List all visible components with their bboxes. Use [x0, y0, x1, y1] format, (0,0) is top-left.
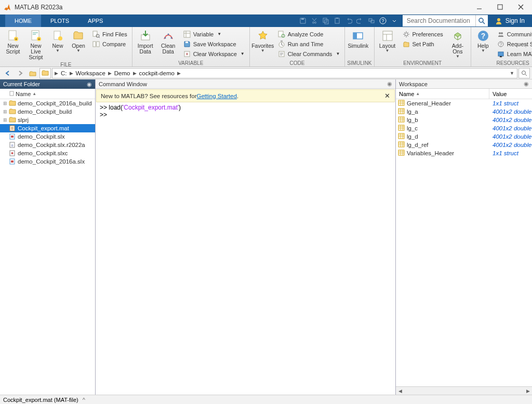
simulink-button[interactable]: Simulink [347, 28, 369, 50]
current-folder-list[interactable]: ⊞demo_Cockpit_2016a_build⊞demo_Cockpit_b… [0, 99, 95, 395]
folder-item[interactable]: ⊞slprj [0, 116, 95, 124]
paste-icon[interactable] [332, 16, 342, 26]
current-folder-header[interactable]: Current Folder◉ [0, 79, 95, 89]
analyze-code-button[interactable]: Analyze Code [275, 29, 343, 39]
command-window-header[interactable]: Command Window◉ [96, 79, 395, 89]
set-path-button[interactable]: Set Path [400, 39, 446, 49]
copy-icon[interactable] [321, 16, 331, 26]
variable-icon [398, 125, 405, 132]
path-search-button[interactable] [518, 68, 530, 78]
folder-item[interactable]: Cockpit_export.mat [0, 124, 95, 132]
svg-point-46 [522, 71, 526, 74]
folder-item[interactable]: ⊞demo_Cockpit_2016a_build [0, 99, 95, 107]
maximize-button[interactable] [489, 0, 510, 15]
svg-rect-45 [498, 52, 503, 56]
folder-item[interactable]: ⊞demo_Cockpit_build [0, 107, 95, 116]
folder-item[interactable]: demo_Cockpit_2016a.slx [0, 157, 95, 166]
undo-icon[interactable] [343, 16, 354, 26]
workspace-list[interactable]: General_Header1x1 structlg_a4001x2 doubl… [396, 99, 532, 386]
search-input[interactable] [403, 15, 475, 26]
cut-icon[interactable] [309, 16, 320, 26]
getting-started-link[interactable]: Getting Started [197, 93, 237, 99]
community-button[interactable]: Community [494, 29, 532, 39]
ws-col-value[interactable]: Value [489, 89, 532, 99]
file-icon [8, 133, 17, 140]
redo-icon[interactable] [355, 16, 365, 26]
workspace-hscroll[interactable]: ◀ ▶ [396, 386, 532, 395]
layout-button[interactable]: Layout ▼ [377, 28, 398, 55]
find-files-button[interactable]: Find Files [89, 29, 130, 39]
panel-menu-icon[interactable]: ◉ [387, 80, 392, 87]
panel-menu-icon[interactable]: ◉ [524, 80, 529, 87]
switch-windows-icon[interactable] [366, 16, 377, 26]
folder-item[interactable]: demo_Cockpit.slx [0, 132, 95, 141]
workspace-variable[interactable]: General_Header1x1 struct [396, 99, 532, 107]
addons-button[interactable]: Add-Ons ▼ [447, 28, 469, 60]
file-icon [8, 158, 17, 165]
scroll-right-icon[interactable]: ▶ [524, 388, 532, 394]
folder-item[interactable]: odemo_Cockpit.slx.r2022a [0, 141, 95, 149]
new-live-script-button[interactable]: + New Live Script [25, 28, 47, 62]
import-data-button[interactable]: Import Data [135, 28, 156, 56]
variable-icon [398, 116, 405, 124]
minimize-button[interactable] [469, 0, 489, 15]
learn-icon [497, 50, 505, 58]
path-history-dropdown[interactable]: ▼ [508, 71, 516, 76]
variable-button[interactable]: Variable▼ [180, 29, 247, 39]
ribbon-collapse-icon[interactable] [524, 41, 530, 53]
workspace-variable[interactable]: lg_d_ref4001x2 double [396, 141, 532, 149]
save-icon[interactable] [298, 16, 308, 26]
new-button[interactable]: New ▼ [48, 28, 68, 55]
qat-dropdown-icon[interactable] [389, 16, 400, 26]
open-button[interactable]: Open ▼ [69, 28, 88, 55]
tab-plots[interactable]: PLOTS [41, 15, 78, 27]
folder-item[interactable]: demo_Cockpit.slxc [0, 149, 95, 157]
svg-text:+: + [15, 37, 17, 41]
crumb-workspace[interactable]: Workspace [74, 70, 107, 76]
run-and-time-button[interactable]: Run and Time [275, 39, 343, 49]
crumb-demo[interactable]: Demo [113, 70, 132, 76]
scroll-left-icon[interactable]: ◀ [396, 388, 404, 394]
crumb-cockpit[interactable]: cockpit-demo [138, 70, 176, 76]
workspace-variable[interactable]: lg_d4001x2 double [396, 132, 532, 141]
workspace-variable[interactable]: lg_a4001x2 double [396, 107, 532, 116]
browse-folder-button[interactable] [39, 68, 51, 78]
compare-button[interactable]: Compare [89, 39, 130, 49]
cf-column-header[interactable]: Name▲ [0, 89, 95, 99]
signin-button[interactable]: Sign In [488, 17, 532, 24]
preferences-button[interactable]: Preferences [400, 29, 446, 39]
crumb-c[interactable]: C: [59, 70, 69, 76]
close-button[interactable] [510, 0, 531, 15]
favorites-button[interactable]: Favorites ▼ [252, 28, 274, 55]
clear-workspace-button[interactable]: Clear Workspace▼ [180, 49, 247, 59]
user-icon [495, 17, 502, 24]
nav-forward-button[interactable] [15, 68, 26, 78]
ws-col-name[interactable]: Name▲ [396, 89, 489, 99]
help-button[interactable]: ? Help ▼ [473, 28, 493, 55]
workspace-variable[interactable]: lg_c4001x2 double [396, 124, 532, 132]
breadcrumb[interactable]: ▶ C:▶ Workspace▶ Demo▶ cockpit-demo▶ ▼ [52, 68, 517, 78]
save-workspace-button[interactable]: Save Workspace [180, 39, 247, 49]
tab-apps[interactable]: APPS [78, 15, 112, 27]
panel-menu-icon[interactable]: ◉ [87, 81, 92, 88]
nav-back-button[interactable] [2, 68, 14, 78]
search-button[interactable] [475, 15, 488, 26]
banner-close-button[interactable]: ✕ [380, 92, 390, 100]
ribbon-group-file: + New Script + New Live Script New ▼ Ope… [0, 27, 132, 66]
svg-rect-28 [184, 31, 190, 37]
clear-commands-button[interactable]: Clear Commands▼ [275, 49, 343, 59]
chevron-down-icon: ▼ [261, 48, 265, 53]
help-icon[interactable]: ? [378, 16, 388, 26]
details-toggle-icon[interactable]: ^ [83, 397, 85, 403]
command-window-body[interactable]: >> load('Cockpit_export.mat') >> [96, 103, 395, 395]
workspace-header[interactable]: Workspace◉ [396, 79, 532, 89]
workspace-variable[interactable]: Variables_Header1x1 struct [396, 149, 532, 157]
new-script-button[interactable]: + New Script [2, 28, 24, 56]
clean-data-button[interactable]: Clean Data [157, 28, 179, 56]
variable-icon [398, 141, 405, 149]
workspace-variable[interactable]: lg_b4001x2 double [396, 116, 532, 124]
compare-icon [92, 40, 100, 48]
nav-up-button[interactable] [27, 68, 38, 78]
status-text: Cockpit_export.mat (MAT-file) [3, 397, 78, 403]
tab-home[interactable]: HOME [5, 15, 41, 27]
